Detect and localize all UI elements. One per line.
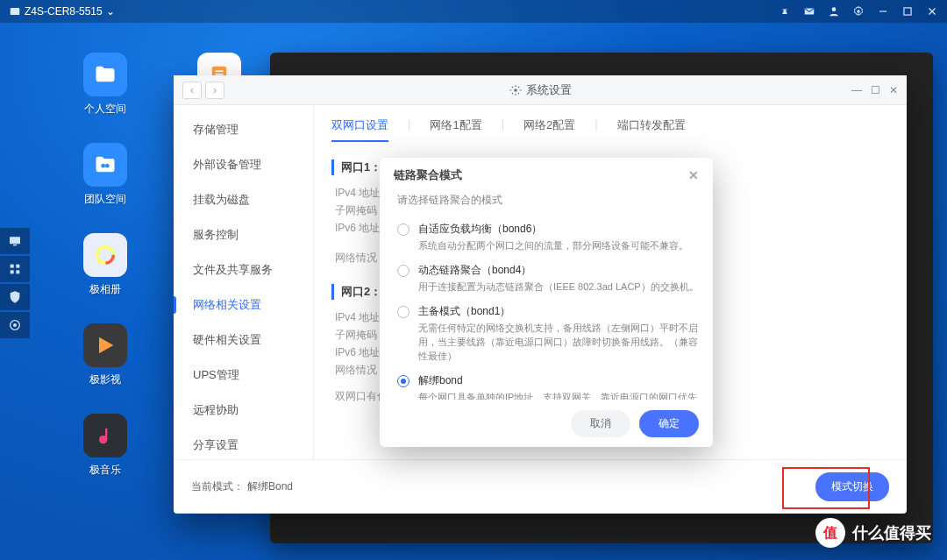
menu-network[interactable]: 网络相关设置 — [174, 287, 313, 323]
network-icon[interactable] — [779, 5, 791, 18]
menu-ups[interactable]: UPS管理 — [174, 358, 313, 393]
menu-remote[interactable]: 远程协助 — [174, 393, 313, 428]
svg-rect-0 — [11, 8, 20, 15]
option-bond4-title: 动态链路聚合（bond4） — [418, 263, 699, 278]
dialog-title: 链路聚合模式 — [394, 167, 462, 183]
svg-rect-10 — [16, 270, 19, 273]
settings-sidebar: 存储管理 外部设备管理 挂载为磁盘 服务控制 文件及共享服务 网络相关设置 硬件… — [174, 105, 314, 459]
svg-point-1 — [832, 7, 837, 11]
watermark: 值 什么值得买 — [815, 518, 931, 548]
radio-bond4[interactable] — [397, 265, 409, 277]
menu-share[interactable]: 分享设置 — [174, 428, 313, 463]
window-maximize[interactable]: ☐ — [871, 84, 880, 96]
dialog-ok-button[interactable]: 确定 — [639, 410, 699, 437]
desktop-icon-team[interactable]: 团队空间 — [70, 143, 140, 207]
settings-titlebar: ‹ › 系统设置 — ☐ ✕ — [174, 75, 907, 105]
tab-portfwd[interactable]: 端口转发配置 — [617, 117, 686, 142]
close-icon[interactable] — [926, 5, 938, 18]
svg-rect-14 — [215, 70, 223, 72]
user-icon[interactable] — [828, 5, 840, 18]
settings-title-icon — [509, 84, 522, 96]
bond-mode-dialog: 链路聚合模式 ✕ 请选择链路聚合的模式 自适应负载均衡（bond6） 系统自动分… — [380, 158, 713, 447]
svg-rect-4 — [904, 8, 911, 15]
window-minimize[interactable]: — — [851, 84, 862, 96]
menu-mount[interactable]: 挂载为磁盘 — [174, 182, 313, 217]
option-bond1-desc: 无需任何特定的网络交换机支持，备用线路（左侧网口）平时不启用，当主要线路（靠近电… — [418, 321, 699, 363]
menu-services[interactable]: 服务控制 — [174, 217, 313, 252]
dialog-prompt: 请选择链路聚合的模式 — [397, 193, 699, 208]
svg-point-12 — [13, 323, 17, 327]
settings-bottom-bar: 当前模式： 解绑Bond 模式切换 — [174, 459, 907, 514]
svg-rect-3 — [879, 11, 886, 11]
top-bar: Z4S-CER8-5515 ⌄ — [0, 0, 947, 23]
tab-dual-nic[interactable]: 双网口设置 — [331, 117, 388, 142]
minimize-icon[interactable] — [877, 5, 889, 18]
option-bond6[interactable]: 自适应负载均衡（bond6） 系统自动分配两个网口之间的流量，部分网络设备可能不… — [397, 216, 699, 258]
option-unbond-title: 解绑bond — [418, 373, 699, 388]
dock-grid[interactable] — [0, 256, 30, 282]
option-unbond-desc: 每个网口具备单独的IP地址，支持双网关。靠近电源口的网口优先级更高，PT，迅雷等… — [418, 390, 699, 400]
settings-tabs: 双网口设置 | 网络1配置 | 网络2配置 | 端口转发配置 — [331, 117, 889, 142]
chevron-down-icon: ⌄ — [106, 5, 115, 18]
svg-point-16 — [101, 164, 105, 168]
svg-point-17 — [105, 164, 110, 168]
gear-icon[interactable] — [852, 5, 865, 18]
svg-point-24 — [514, 89, 517, 92]
svg-rect-6 — [13, 245, 17, 245]
tab-net2[interactable]: 网络2配置 — [523, 117, 575, 142]
settings-title: 系统设置 — [526, 82, 572, 98]
current-mode-value: 解绑Bond — [247, 479, 293, 494]
window-close[interactable]: ✕ — [889, 84, 898, 96]
option-bond4-desc: 用于连接配置为动态链路聚合（IEEE 802.3ad LACP）的交换机。 — [418, 280, 699, 294]
menu-external[interactable]: 外部设备管理 — [174, 147, 313, 182]
svg-rect-23 — [105, 429, 107, 440]
option-bond1-title: 主备模式（bond1） — [418, 304, 699, 319]
mail-icon[interactable] — [803, 5, 815, 18]
device-name-dropdown[interactable]: Z4S-CER8-5515 ⌄ — [9, 5, 115, 18]
option-bond1[interactable]: 主备模式（bond1） 无需任何特定的网络交换机支持，备用线路（左侧网口）平时不… — [397, 299, 699, 368]
radio-bond1[interactable] — [397, 306, 409, 318]
hostname: Z4S-CER8-5515 — [25, 5, 103, 18]
menu-hardware[interactable]: 硬件相关设置 — [174, 323, 313, 358]
radio-unbond[interactable] — [397, 375, 409, 387]
watermark-badge-icon: 值 — [815, 518, 845, 548]
svg-rect-8 — [16, 265, 19, 268]
tab-net1[interactable]: 网络1配置 — [430, 117, 481, 142]
dialog-cancel-button[interactable]: 取消 — [571, 410, 630, 437]
radio-bond6[interactable] — [397, 223, 409, 236]
menu-storage[interactable]: 存储管理 — [174, 112, 313, 147]
device-icon — [9, 5, 21, 18]
dialog-close-icon[interactable]: ✕ — [688, 168, 699, 182]
desktop-icon-personal[interactable]: 个人空间 — [70, 53, 140, 117]
current-mode-label: 当前模式： — [191, 479, 244, 494]
watermark-text: 什么值得买 — [852, 522, 931, 543]
desktop-icon-video[interactable]: 极影视 — [70, 323, 140, 387]
dock-shield[interactable] — [0, 284, 30, 310]
mode-switch-button[interactable]: 模式切换 — [815, 472, 889, 501]
svg-point-2 — [857, 10, 860, 13]
desktop-icon-music[interactable]: 极音乐 — [70, 414, 140, 478]
menu-fileshare[interactable]: 文件及共享服务 — [174, 252, 313, 287]
dock-monitor[interactable] — [0, 228, 30, 254]
maximize-icon[interactable] — [901, 5, 914, 18]
desktop-icon-photo[interactable]: 极相册 — [70, 233, 140, 297]
option-bond6-desc: 系统自动分配两个网口之间的流量，部分网络设备可能不兼容。 — [418, 238, 688, 252]
left-dock — [0, 228, 30, 338]
dock-gear[interactable] — [0, 312, 30, 338]
option-bond4[interactable]: 动态链路聚合（bond4） 用于连接配置为动态链路聚合（IEEE 802.3ad… — [397, 258, 699, 299]
option-unbond[interactable]: 解绑bond 每个网口具备单独的IP地址，支持双网关。靠近电源口的网口优先级更高… — [397, 368, 699, 400]
svg-rect-7 — [11, 265, 14, 268]
option-bond6-title: 自适应负载均衡（bond6） — [418, 222, 688, 237]
svg-rect-5 — [10, 237, 20, 244]
svg-rect-9 — [11, 270, 14, 273]
